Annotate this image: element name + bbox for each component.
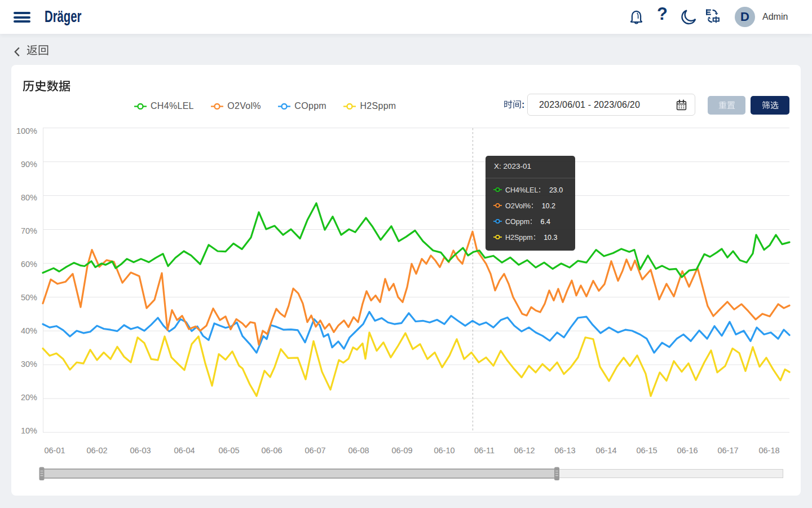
svg-text:20%: 20% bbox=[21, 393, 37, 402]
svg-text:100%: 100% bbox=[16, 126, 37, 135]
svg-text:06-09: 06-09 bbox=[391, 446, 412, 455]
svg-text:06-10: 06-10 bbox=[434, 446, 454, 455]
svg-text:06-06: 06-06 bbox=[261, 446, 282, 455]
svg-text:06-07: 06-07 bbox=[304, 446, 325, 455]
svg-text:50%: 50% bbox=[21, 293, 37, 302]
svg-text:60%: 60% bbox=[21, 260, 37, 269]
svg-text:06-05: 06-05 bbox=[218, 446, 239, 455]
svg-text:06-18: 06-18 bbox=[758, 446, 779, 455]
svg-text:06-11: 06-11 bbox=[474, 446, 495, 455]
svg-text:06-08: 06-08 bbox=[348, 446, 369, 455]
svg-text:30%: 30% bbox=[21, 360, 37, 369]
svg-text:70%: 70% bbox=[21, 226, 37, 235]
svg-text:90%: 90% bbox=[21, 160, 37, 169]
svg-text:06-13: 06-13 bbox=[554, 446, 575, 455]
svg-text:40%: 40% bbox=[21, 326, 37, 335]
svg-text:06-17: 06-17 bbox=[717, 446, 738, 455]
svg-text:06-02: 06-02 bbox=[86, 446, 107, 455]
svg-text:06-04: 06-04 bbox=[174, 446, 195, 455]
svg-text:06-12: 06-12 bbox=[514, 446, 535, 455]
svg-text:06-16: 06-16 bbox=[677, 446, 698, 455]
svg-text:06-01: 06-01 bbox=[44, 446, 65, 455]
svg-text:06-14: 06-14 bbox=[595, 446, 616, 455]
svg-text:06-15: 06-15 bbox=[636, 446, 657, 455]
svg-text:06-03: 06-03 bbox=[130, 446, 151, 455]
svg-text:10%: 10% bbox=[21, 426, 37, 435]
svg-text:80%: 80% bbox=[21, 193, 37, 202]
